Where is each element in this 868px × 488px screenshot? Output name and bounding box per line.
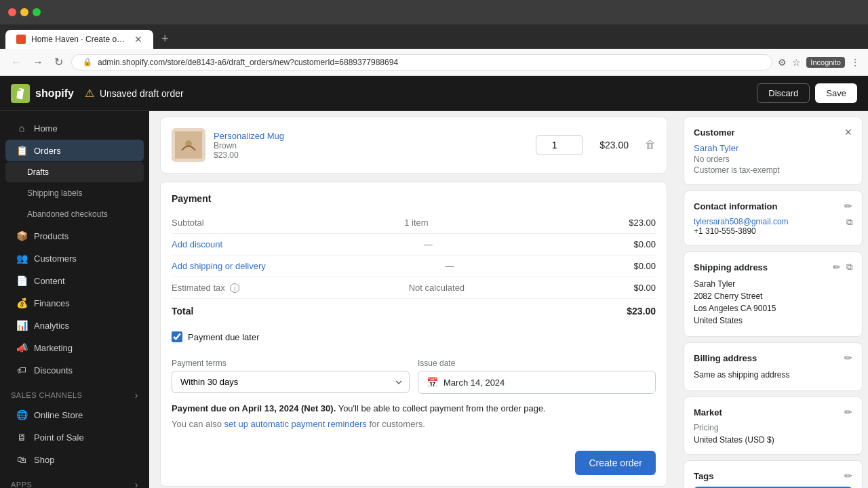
active-tab[interactable]: Home Haven · Create order · Sh ✕ [5, 30, 153, 49]
right-panel: Customer ✕ Sarah Tyler No orders Custome… [678, 111, 868, 488]
contact-edit-icon[interactable]: ✏ [844, 201, 852, 211]
new-tab-button[interactable]: + [156, 29, 174, 49]
add-discount-link[interactable]: Add discount [172, 239, 222, 249]
svg-point-1 [185, 140, 192, 147]
sidebar-marketing-label: Marketing [34, 343, 73, 353]
sidebar-products-label: Products [34, 231, 68, 241]
bookmark-icon[interactable]: ☆ [792, 57, 801, 68]
quantity-input[interactable] [536, 135, 583, 155]
finances-icon: 💰 [16, 298, 27, 308]
shipping-city-state: Los Angeles CA 90015 [694, 302, 852, 314]
lock-icon: 🔒 [83, 58, 92, 66]
sales-channels-label: Sales channels [11, 391, 82, 399]
payment-terms-select[interactable]: Within 30 days [172, 371, 410, 393]
back-button[interactable]: ← [8, 54, 24, 71]
extensions-icon[interactable]: ⚙ [778, 57, 787, 68]
sidebar-orders-label: Orders [34, 146, 61, 156]
sidebar-item-products[interactable]: 📦 Products [5, 225, 144, 247]
sidebar-item-content[interactable]: 📄 Content [5, 270, 144, 291]
expand-icon[interactable]: › [135, 390, 138, 401]
calendar-icon: 📅 [427, 377, 438, 388]
payment-card: Payment Subtotal 1 item $23.00 Add disco… [160, 182, 667, 487]
customer-email[interactable]: tylersarah508@gmail.com [694, 217, 789, 226]
sidebar-item-home[interactable]: ⌂ Home [5, 117, 144, 139]
tags-edit-icon[interactable]: ✏ [844, 470, 852, 481]
shipping-value: $0.00 [633, 261, 656, 271]
market-pricing-value: United States (USD $) [694, 435, 852, 445]
sidebar-item-orders[interactable]: 📋 Orders [5, 140, 144, 161]
copy-shipping-icon[interactable]: ⧉ [846, 262, 852, 272]
menu-icon[interactable]: ⋮ [850, 57, 860, 68]
tax-value: $0.00 [633, 283, 656, 293]
product-name[interactable]: Personalized Mug [214, 131, 528, 141]
sidebar-item-drafts[interactable]: Drafts [5, 162, 144, 182]
sidebar-item-abandoned-checkouts[interactable]: Abandoned checkouts [5, 204, 144, 224]
sidebar-pos-label: Point of Sale [34, 432, 84, 443]
product-row: Personalized Mug Brown $23.00 $23.00 🗑 [172, 128, 656, 162]
discount-value: $0.00 [633, 239, 656, 249]
products-icon: 📦 [16, 230, 27, 241]
reminder-link[interactable]: set up automatic payment reminders [224, 419, 367, 429]
sidebar-shipping-labels-label: Shipping labels [27, 188, 82, 198]
sidebar-item-finances[interactable]: 💰 Finances [5, 292, 144, 314]
total-value: $23.00 [627, 306, 656, 317]
delete-product-icon[interactable]: 🗑 [645, 139, 656, 151]
sidebar-item-customers[interactable]: 👥 Customers [5, 247, 144, 269]
tax-mid: Not calculated [409, 283, 465, 293]
sidebar-item-shop[interactable]: 🛍 Shop [5, 449, 144, 470]
subtotal-value: $23.00 [629, 218, 656, 228]
issue-date-input[interactable]: 📅 March 14, 2024 [418, 371, 656, 394]
online-store-icon: 🌐 [16, 409, 27, 420]
total-label: Total [172, 306, 193, 317]
sidebar-item-discounts[interactable]: 🏷 Discounts [5, 359, 144, 381]
customer-phone: +1 310-555-3890 [694, 226, 789, 236]
discard-button[interactable]: Discard [757, 83, 810, 103]
sidebar-item-analytics[interactable]: 📊 Analytics [5, 314, 144, 336]
payment-terms-field: Payment terms Within 30 days [172, 359, 410, 394]
tab-favicon [16, 35, 26, 44]
tags-card: Tags ✏ [684, 460, 863, 488]
shipping-name: Sarah Tyler [694, 278, 852, 290]
payment-total-row: Total $23.00 [172, 299, 656, 323]
copy-contact-icon[interactable]: ⧉ [846, 217, 852, 228]
market-edit-icon[interactable]: ✏ [844, 407, 852, 418]
discount-mid: — [424, 239, 433, 249]
customer-card-title: Customer [694, 127, 735, 138]
market-card-header: Market ✏ [694, 407, 852, 418]
logo-text: shopify [35, 87, 74, 100]
sidebar-item-point-of-sale[interactable]: 🖥 Point of Sale [5, 426, 144, 448]
billing-edit-icon[interactable]: ✏ [844, 352, 852, 363]
tags-title: Tags [694, 471, 713, 481]
sidebar-shop-label: Shop [34, 455, 54, 465]
product-card: Personalized Mug Brown $23.00 $23.00 🗑 [160, 117, 667, 174]
sidebar-item-shipping-labels[interactable]: Shipping labels [5, 183, 144, 203]
add-shipping-link[interactable]: Add shipping or delivery [172, 261, 266, 271]
customer-name[interactable]: Sarah Tyler [694, 143, 852, 153]
customer-close-icon[interactable]: ✕ [844, 127, 852, 138]
tab-close-icon[interactable]: ✕ [134, 34, 142, 45]
shipping-edit-icon[interactable]: ✏ [833, 262, 841, 272]
payment-reminder: You can also set up automatic payment re… [172, 419, 656, 429]
customer-card: Customer ✕ Sarah Tyler No orders Custome… [684, 117, 863, 185]
shipping-street: 2082 Cherry Street [694, 290, 852, 302]
payment-tax-row: Estimated tax i Not calculated $0.00 [172, 277, 656, 299]
payment-due-later-checkbox[interactable] [172, 331, 182, 342]
due-note-strong: Payment due on April 13, 2024 (Net 30). [172, 403, 336, 413]
market-title: Market [694, 407, 722, 418]
issue-date-field: Issue date 📅 March 14, 2024 [418, 359, 656, 394]
create-order-button[interactable]: Create order [575, 451, 656, 475]
sidebar-item-online-store[interactable]: 🌐 Online Store [5, 404, 144, 426]
payment-subtotal-row: Subtotal 1 item $23.00 [172, 212, 656, 234]
sidebar-item-marketing[interactable]: 📣 Marketing [5, 337, 144, 359]
forward-button[interactable]: → [30, 54, 46, 71]
contact-title: Contact information [694, 201, 778, 211]
issue-date-label: Issue date [418, 359, 656, 368]
url-bar[interactable]: 🔒 admin.shopify.com/store/de8143-a6/draf… [71, 54, 772, 70]
save-button[interactable]: Save [815, 83, 857, 103]
product-variant: Brown [214, 141, 528, 150]
main-content: Personalized Mug Brown $23.00 $23.00 🗑 P… [149, 111, 678, 488]
tax-info-icon[interactable]: i [230, 283, 239, 293]
refresh-button[interactable]: ↻ [52, 53, 66, 71]
apps-expand-icon[interactable]: › [135, 479, 138, 488]
payment-due-note: Payment due on April 13, 2024 (Net 30). … [172, 403, 656, 413]
